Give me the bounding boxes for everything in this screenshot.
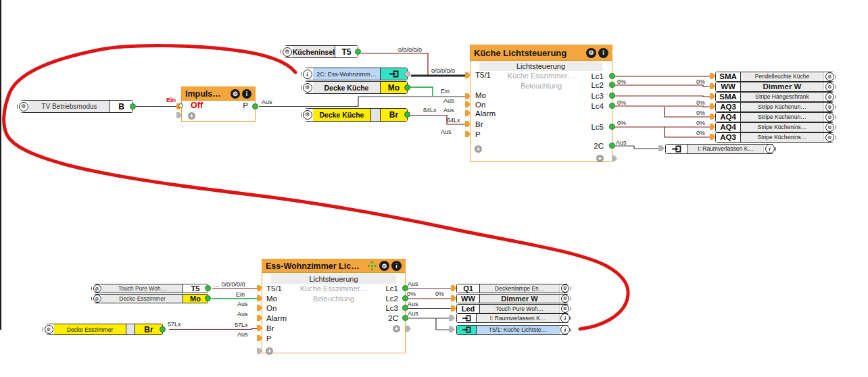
output-connector[interactable] [404, 111, 410, 118]
gear-icon[interactable]: ⚙ [561, 284, 569, 293]
output-connector[interactable] [252, 103, 258, 109]
gear-icon[interactable]: ⚙ [559, 305, 571, 313]
actuator-row-deckenlampe-esszimmer[interactable]: Q1 Deckenlampe Es… ⚙ [456, 284, 571, 293]
output-lc2[interactable]: Lc2 [591, 81, 604, 90]
ref-row-t5-kueche-lichtsteuerung[interactable]: T5/1: Küche Lichtste… i [456, 325, 571, 335]
gear-icon[interactable]: ⚙ [281, 46, 293, 57]
gear-icon[interactable]: ⚙ [823, 113, 836, 122]
output-lc3[interactable]: Lc3 [385, 304, 398, 313]
input-p[interactable]: P [475, 130, 481, 139]
input-off[interactable]: Off [191, 101, 203, 110]
gear-icon[interactable]: ⚙ [825, 123, 834, 132]
info-icon[interactable]: i [598, 48, 608, 58]
info-icon[interactable]: i [302, 68, 313, 80]
wire-lc2-ww[interactable] [613, 85, 710, 86]
gear-icon[interactable]: ⚙ [823, 82, 836, 91]
input-t5-1[interactable]: T5/1 [475, 71, 491, 80]
sensor-pill-decke-kueche-mo[interactable]: ⚙ Decke Küche Mo [301, 81, 408, 94]
input-connector[interactable] [710, 73, 715, 79]
wire-2c-branch-t5ref[interactable] [436, 318, 449, 330]
output-connector[interactable] [609, 93, 615, 99]
output-lc2[interactable]: Lc2 [385, 295, 398, 303]
actuator-row-stripe-haengeschrank[interactable]: SMA Stripe Hängeschrank ⚙ [715, 92, 836, 102]
wire-2c-to-ref[interactable] [613, 146, 658, 149]
input-br[interactable]: Br [266, 324, 274, 333]
ref-pill-2c-ess-wohnzimmer[interactable]: i 2C: Ess-Wohnzimm… [301, 68, 408, 80]
output-connector-gray[interactable] [612, 155, 617, 161]
gear-icon[interactable]: ⚙ [825, 82, 834, 91]
actuator-row-dimmer-w-bottom[interactable]: WW Dimmer W ⚙ [456, 294, 571, 303]
sensor-pill-tv-betriebsmodus[interactable]: ⚙ TV Betriebsmodus B [17, 100, 133, 113]
input-connector-gray[interactable] [449, 326, 455, 332]
gear-icon[interactable]: ⚙ [93, 284, 101, 293]
wire-lc4-aq3[interactable] [613, 106, 710, 107]
actuator-row-stripe-kuechenunterschrank-2[interactable]: AQ4 Stripe Küchenun… ⚙ [715, 112, 836, 122]
info-icon[interactable]: i [559, 314, 571, 322]
sensor-pill-decke-kueche-br[interactable]: ⚙ Decke Küche Br [301, 108, 408, 122]
actuator-row-touch-pure-led[interactable]: Led Touch Pure Woh… ⚙ [456, 304, 571, 313]
input-alarm[interactable]: Alarm [475, 109, 496, 118]
gear-icon[interactable]: ⚙ [92, 295, 102, 303]
input-connector-gray[interactable] [449, 315, 455, 321]
output-2c[interactable]: 2C [594, 142, 604, 151]
wire-lc3-sma[interactable] [613, 96, 710, 97]
function-block-kueche-lichtsteuerung[interactable]: Küche Lichtsteuerung ⚙ i Lichtsteuerung … [470, 45, 612, 162]
gear-icon[interactable]: ⚙ [561, 295, 569, 303]
input-connector[interactable] [710, 114, 715, 120]
wire-decke-kueche-mo[interactable] [410, 87, 433, 96]
output-lc4[interactable]: Lc4 [591, 102, 604, 111]
wire-impuls-to-mo[interactable] [259, 97, 465, 107]
input-mo[interactable]: Mo [266, 295, 277, 303]
gear-icon[interactable]: ⚙ [559, 295, 571, 303]
ref-row-raumverlassen-kueche-bottom[interactable]: I: Raumverlassen K… i [456, 313, 571, 323]
gear-icon[interactable]: ⚙ [303, 83, 312, 93]
actuator-row-stripe-kuecheninsel-1[interactable]: AQ4 Stripe Küchenins… ⚙ [715, 122, 836, 132]
gear-icon[interactable]: ⚙ [825, 113, 834, 122]
gear-icon[interactable]: ⚙ [45, 325, 53, 334]
add-input-button[interactable]: + [475, 145, 482, 153]
input-connector[interactable] [710, 124, 715, 130]
output-connector[interactable] [205, 285, 211, 291]
add-input-button[interactable]: + [266, 347, 273, 355]
sensor-pill-decke-esszimmer-br[interactable]: ⚙ Decke Esszimmer Br [43, 324, 163, 335]
output-connector[interactable] [160, 326, 166, 332]
gear-icon[interactable]: ⚙ [823, 103, 836, 111]
output-connector[interactable] [609, 143, 615, 149]
gear-icon[interactable]: ⚙ [823, 93, 836, 101]
gear-icon[interactable]: ⚙ [231, 89, 240, 99]
gear-icon[interactable]: ⚙ [19, 102, 28, 111]
input-connector[interactable] [451, 305, 456, 311]
input-on[interactable]: On [475, 101, 485, 109]
output-lc5[interactable]: Lc5 [591, 123, 604, 132]
input-on[interactable]: On [266, 304, 276, 313]
output-connector[interactable] [609, 103, 615, 109]
output-lc1[interactable]: Lc1 [591, 72, 604, 81]
actuator-row-dimmer-w[interactable]: WW Dimmer W ⚙ [715, 82, 836, 92]
actuator-row-stripe-kuechenunterschrank-1[interactable]: AQ3 Stripe Küchenun… ⚙ [715, 102, 836, 112]
ref-row-raumverlassen-kueche[interactable]: I: Raumverlassen K… i [665, 144, 776, 154]
output-connector-gray[interactable] [406, 326, 411, 332]
add-port-button[interactable]: + [188, 112, 195, 120]
output-connector[interactable] [609, 124, 615, 130]
input-p[interactable]: P [266, 334, 272, 343]
gear-icon[interactable]: ⚙ [43, 324, 54, 334]
info-icon[interactable]: i [303, 70, 312, 79]
input-br[interactable]: Br [475, 120, 483, 129]
output-connector[interactable] [205, 295, 211, 301]
gear-icon[interactable]: ⚙ [561, 305, 569, 313]
gear-icon[interactable]: ⚙ [302, 109, 313, 121]
input-alarm[interactable]: Alarm [266, 314, 287, 323]
move-icon[interactable] [367, 261, 377, 271]
gear-icon[interactable]: ⚙ [823, 123, 836, 132]
output-connector[interactable] [609, 82, 615, 88]
add-output-button[interactable]: + [596, 155, 604, 162]
block-header[interactable]: Ess-Wohnzimmer Lic… ⚙ i [262, 259, 405, 273]
gear-icon[interactable]: ⚙ [283, 47, 292, 57]
output-connector[interactable] [609, 73, 615, 79]
gear-icon[interactable]: ⚙ [586, 48, 596, 58]
block-header[interactable]: Impuls… ⚙ i [182, 87, 255, 101]
input-connector[interactable] [710, 83, 715, 89]
gear-icon[interactable]: ⚙ [379, 261, 389, 271]
input-port-ring[interactable] [178, 103, 183, 108]
gear-icon[interactable]: ⚙ [825, 72, 834, 81]
